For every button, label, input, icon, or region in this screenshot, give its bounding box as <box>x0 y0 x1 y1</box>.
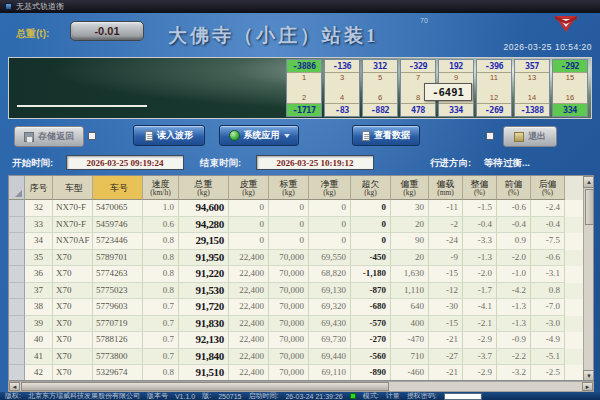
app-icon <box>5 3 12 10</box>
sensor-number: 11 <box>477 74 511 82</box>
read-waveform-button[interactable]: 读入波形 <box>133 125 205 146</box>
table-cell: 33 <box>25 217 53 234</box>
mode-value: 计量 <box>386 391 400 400</box>
column-header[interactable]: 标重(kg) <box>269 176 309 200</box>
column-header[interactable]: 偏重(kg) <box>391 176 429 200</box>
table-cell: 69,130 <box>309 283 351 300</box>
table-row[interactable]: 33NX70-F54597460.694,280000020-2-0.4-0.4… <box>9 217 583 234</box>
column-header[interactable]: 皮重(kg) <box>229 176 269 200</box>
table-cell: -1.0 <box>497 266 531 283</box>
column-header[interactable]: 偏载(mm) <box>429 176 463 200</box>
row-marker[interactable] <box>9 233 25 250</box>
table-cell: 91,220 <box>179 266 229 283</box>
password-input[interactable] <box>444 393 482 400</box>
table-cell: 20 <box>391 250 429 267</box>
table-row[interactable]: 37X7057750230.891,53022,40070,00069,130-… <box>9 283 583 300</box>
column-header[interactable]: 序号 <box>25 176 53 200</box>
vertical-scroll-thumb[interactable] <box>585 189 594 225</box>
company-name: 北京东方瑞威科技发展股份有限公司 <box>28 391 140 400</box>
table-cell: -1.7 <box>463 283 497 300</box>
table-cell: -470 <box>391 332 429 349</box>
table-row[interactable]: 34NX70AF57234460.829,150000090-24-3.30.9… <box>9 233 583 250</box>
row-marker[interactable] <box>9 332 25 349</box>
table-row[interactable]: 42X7053296740.891,51022,40070,00069,110-… <box>9 365 583 381</box>
sensor-bottom-value: 334 <box>439 103 473 116</box>
table-cell: -0.4 <box>463 217 497 234</box>
table-cell: 69,320 <box>309 299 351 316</box>
horizontal-scroll-thumb[interactable] <box>21 382 389 391</box>
table-cell: 0.8 <box>143 283 179 300</box>
table-row[interactable]: 35X7057897010.891,95022,40070,00069,550-… <box>9 250 583 267</box>
scroll-left-button[interactable]: ◄ <box>9 382 20 391</box>
boot-time-value: 26-03-24 21:39:26 <box>285 393 342 400</box>
column-header[interactable]: 超欠(kg) <box>351 176 391 200</box>
exit-button[interactable]: 退出 <box>503 126 557 147</box>
row-marker[interactable] <box>9 316 25 333</box>
scroll-right-button[interactable]: ► <box>582 382 593 391</box>
column-header[interactable]: 速度(km/h) <box>143 176 179 200</box>
sensor-top-value: -396 <box>477 60 511 73</box>
scroll-down-button[interactable]: ▼ <box>583 370 594 381</box>
table-header-row: 序号车型车号速度(km/h)总重(kg)皮重(kg)标重(kg)净重(kg)超欠… <box>9 176 583 200</box>
view-data-button[interactable]: 查看数据 <box>352 125 420 146</box>
table-row[interactable]: 40X7057881260.792,13022,40070,00069,730-… <box>9 332 583 349</box>
table-cell: 0 <box>269 217 309 234</box>
table-cell: 36 <box>25 266 53 283</box>
column-header[interactable]: 车型 <box>53 176 93 200</box>
row-marker[interactable] <box>9 266 25 283</box>
row-marker[interactable] <box>9 217 25 234</box>
table-cell: -27 <box>429 349 463 366</box>
table-cell: -11 <box>429 200 463 217</box>
window-title: 无基式轨道衡 <box>16 0 64 13</box>
table-row[interactable]: 39X7057707190.791,83022,40070,00069,430-… <box>9 316 583 333</box>
table-row[interactable]: 36X7057742630.891,22022,40070,00068,820-… <box>9 266 583 283</box>
start-time-field[interactable]: 2026-03-25 09:19:24 <box>66 155 184 170</box>
sensor-column: -388612-1717 <box>286 59 322 117</box>
end-time-field[interactable]: 2026-03-25 10:19:12 <box>256 155 374 170</box>
table-row[interactable]: 41X7057738000.791,84022,40070,00069,440-… <box>9 349 583 366</box>
table-cell: -9 <box>429 250 463 267</box>
end-time-label: 结束时间: <box>200 157 241 170</box>
table-cell: 0 <box>269 200 309 217</box>
table-cell: 70,000 <box>269 283 309 300</box>
column-header[interactable]: 后偏(%) <box>531 176 565 200</box>
column-header[interactable]: 车号 <box>93 176 143 200</box>
table-cell: 70,000 <box>269 349 309 366</box>
row-marker[interactable] <box>9 299 25 316</box>
table-cell: -2.9 <box>463 332 497 349</box>
column-header[interactable]: 净重(kg) <box>309 176 351 200</box>
vertical-scrollbar[interactable]: ▲ ▼ <box>583 176 594 381</box>
globe-icon <box>229 130 240 141</box>
save-checkbox[interactable] <box>88 132 96 140</box>
row-marker[interactable] <box>9 365 25 381</box>
table-cell: -0.6 <box>497 200 531 217</box>
system-app-button[interactable]: 系统应用 <box>219 125 299 146</box>
column-header[interactable]: 整偏(%) <box>463 176 497 200</box>
table-cell: 1,630 <box>391 266 429 283</box>
scroll-up-button[interactable]: ▲ <box>583 176 594 188</box>
row-marker[interactable] <box>9 250 25 267</box>
weigh-records-table: 序号车型车号速度(km/h)总重(kg)皮重(kg)标重(kg)净重(kg)超欠… <box>8 175 594 381</box>
table-cell: -30 <box>429 299 463 316</box>
table-row[interactable]: 38X7057796030.791,72022,40070,00069,320-… <box>9 299 583 316</box>
table-cell: 70,000 <box>269 365 309 381</box>
table-cell: 640 <box>391 299 429 316</box>
row-marker[interactable] <box>9 349 25 366</box>
column-header-unit: (kg) <box>282 189 295 197</box>
table-cell: X70 <box>53 316 93 333</box>
table-cell: 92,130 <box>179 332 229 349</box>
column-header-unit: (%) <box>508 189 519 197</box>
column-header[interactable]: 前偏(%) <box>497 176 531 200</box>
table-cell: 91,840 <box>179 349 229 366</box>
center-sum-value: -6491 <box>424 83 472 101</box>
column-header[interactable]: 总重(kg) <box>179 176 229 200</box>
row-marker[interactable] <box>9 283 25 300</box>
table-row[interactable]: 32NX70-F54700651.094,600000030-11-1.5-0.… <box>9 200 583 217</box>
table-cell: -7.0 <box>531 299 565 316</box>
sensor-number: 12 <box>477 94 511 102</box>
row-marker[interactable] <box>9 200 25 217</box>
window-titlebar[interactable]: 无基式轨道衡 <box>0 0 600 13</box>
table-cell: 5789701 <box>93 250 143 267</box>
exit-checkbox[interactable] <box>486 132 494 140</box>
save-return-button[interactable]: 存储返回 <box>14 126 84 147</box>
